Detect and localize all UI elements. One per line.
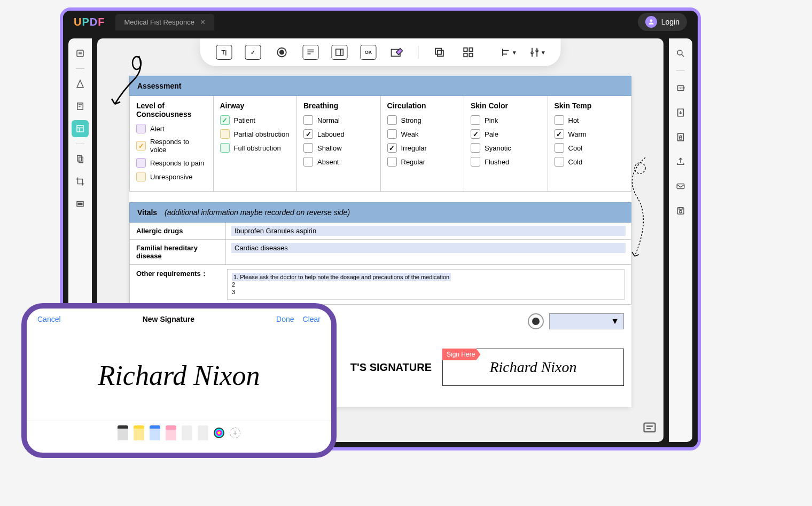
color-picker[interactable] xyxy=(214,428,224,438)
dropdown-field[interactable]: ▼ xyxy=(549,313,624,329)
add-tool-button[interactable]: + xyxy=(230,428,240,438)
vitals-value[interactable]: Ibuprofen Granules aspirin xyxy=(226,223,631,239)
checkbox-row[interactable]: Regular xyxy=(387,157,458,167)
checkbox[interactable] xyxy=(555,129,564,139)
checkbox[interactable] xyxy=(220,129,230,139)
align-icon[interactable]: ▾ xyxy=(500,45,516,60)
crop-icon[interactable] xyxy=(72,173,89,190)
comment-tool-icon[interactable] xyxy=(72,75,89,92)
protect-icon[interactable] xyxy=(672,129,689,146)
checkbox-row[interactable]: Patient xyxy=(220,115,291,125)
checkbox-row[interactable]: Hot xyxy=(555,115,625,125)
listbox-field-icon[interactable] xyxy=(332,45,348,60)
checkbox[interactable] xyxy=(303,157,313,167)
copy-fields-icon[interactable] xyxy=(432,45,448,60)
marker-tool[interactable] xyxy=(150,425,160,440)
dropdown-field-icon[interactable] xyxy=(303,45,319,60)
eraser-tool[interactable] xyxy=(166,425,176,440)
signature-box[interactable]: Sign Here Richard Nixon xyxy=(442,349,624,386)
checkbox-row[interactable]: Responds to voice xyxy=(136,138,207,154)
checkbox-row[interactable]: Unresponsive xyxy=(136,172,207,181)
convert-icon[interactable] xyxy=(672,104,689,121)
checkbox-field-icon[interactable]: ✓ xyxy=(245,45,261,60)
tools-icon[interactable]: ▾ xyxy=(529,45,545,60)
signature-canvas[interactable]: Richard Nixon xyxy=(27,330,331,421)
document-tab[interactable]: Medical Fist Responce ✕ xyxy=(115,14,214,30)
checkbox[interactable] xyxy=(387,143,397,153)
checkbox[interactable] xyxy=(303,115,313,125)
radio-button[interactable] xyxy=(528,313,544,329)
checkbox-row[interactable]: Syanotic xyxy=(471,143,541,153)
svg-text:OCR: OCR xyxy=(678,86,685,90)
done-button[interactable]: Done xyxy=(276,315,294,323)
signature-field-icon[interactable] xyxy=(389,45,405,60)
checkbox-row[interactable]: Laboued xyxy=(303,129,374,139)
text-field-icon[interactable]: T| xyxy=(216,45,232,60)
checkbox-row[interactable]: Warm xyxy=(555,129,625,139)
highlighter-tool[interactable] xyxy=(134,425,144,440)
pencil-tool[interactable] xyxy=(182,425,192,440)
share-icon[interactable] xyxy=(672,153,689,170)
checkbox[interactable] xyxy=(220,115,230,125)
checkbox-row[interactable]: Cold xyxy=(555,157,625,167)
comment-panel-icon[interactable] xyxy=(642,421,657,436)
clear-button[interactable]: Clear xyxy=(303,315,321,323)
checkbox-row[interactable]: Strong xyxy=(387,115,458,125)
requirement-item: 1. Please ask the doctor to help note th… xyxy=(232,274,620,280)
checkbox[interactable] xyxy=(136,141,146,151)
edit-tool-icon[interactable] xyxy=(72,98,89,115)
cancel-button[interactable]: Cancel xyxy=(37,315,61,323)
checkbox[interactable] xyxy=(555,115,564,125)
checkbox[interactable] xyxy=(471,143,480,153)
checkbox[interactable] xyxy=(303,143,313,153)
checkbox-row[interactable]: Pink xyxy=(471,115,541,125)
checkbox[interactable] xyxy=(555,157,564,167)
vitals-row: Allergic drugsIbuprofen Granules aspirin xyxy=(129,223,631,240)
radio-field-icon[interactable] xyxy=(274,45,290,60)
checkbox-row[interactable]: Irregular xyxy=(387,143,458,153)
checkbox[interactable] xyxy=(471,115,480,125)
svg-line-35 xyxy=(682,54,684,57)
organize-icon[interactable] xyxy=(72,151,89,168)
ruler-tool[interactable] xyxy=(198,425,208,440)
checkbox[interactable] xyxy=(471,129,480,139)
checkbox-row[interactable]: Alert xyxy=(136,124,207,133)
svg-rect-31 xyxy=(644,423,655,432)
pen-tool[interactable] xyxy=(118,425,128,440)
close-icon[interactable]: ✕ xyxy=(200,18,206,26)
checkbox[interactable] xyxy=(136,172,146,181)
checkbox[interactable] xyxy=(220,143,230,153)
ocr-icon[interactable]: OCR xyxy=(672,80,689,97)
checkbox-label: Shallow xyxy=(317,144,342,152)
vitals-value[interactable]: Cardiac diseases xyxy=(226,240,631,264)
checkbox[interactable] xyxy=(387,115,397,125)
vitals-label: Familial hereditary disease xyxy=(130,240,226,264)
checkbox[interactable] xyxy=(387,157,397,167)
checkbox[interactable] xyxy=(387,129,397,139)
checkbox-row[interactable]: Weak xyxy=(387,129,458,139)
reader-icon[interactable] xyxy=(72,45,89,62)
search-icon[interactable] xyxy=(672,45,689,62)
checkbox-row[interactable]: Cool xyxy=(555,143,625,153)
checkbox[interactable] xyxy=(136,124,146,133)
checkbox-row[interactable]: Flushed xyxy=(471,157,541,167)
form-tool-icon[interactable] xyxy=(72,120,89,137)
checkbox[interactable] xyxy=(303,129,313,139)
checkbox[interactable] xyxy=(136,158,146,168)
checkbox-row[interactable]: Full obstruction xyxy=(220,143,291,153)
login-button[interactable]: Login xyxy=(638,13,687,31)
redact-icon[interactable] xyxy=(72,195,89,212)
checkbox[interactable] xyxy=(555,143,564,153)
checkbox-row[interactable]: Responds to pain xyxy=(136,158,207,168)
grid-icon[interactable] xyxy=(460,45,477,60)
requirements-list[interactable]: 1. Please ask the doctor to help note th… xyxy=(227,269,624,300)
checkbox-row[interactable]: Absent xyxy=(303,157,374,167)
checkbox[interactable] xyxy=(471,157,480,167)
checkbox-row[interactable]: Shallow xyxy=(303,143,374,153)
checkbox-row[interactable]: Partial obstruction xyxy=(220,129,291,139)
checkbox-row[interactable]: Pale xyxy=(471,129,541,139)
save-icon[interactable] xyxy=(672,202,689,219)
email-icon[interactable] xyxy=(672,178,689,195)
checkbox-row[interactable]: Normal xyxy=(303,115,374,125)
button-field-icon[interactable]: OK xyxy=(361,45,377,60)
